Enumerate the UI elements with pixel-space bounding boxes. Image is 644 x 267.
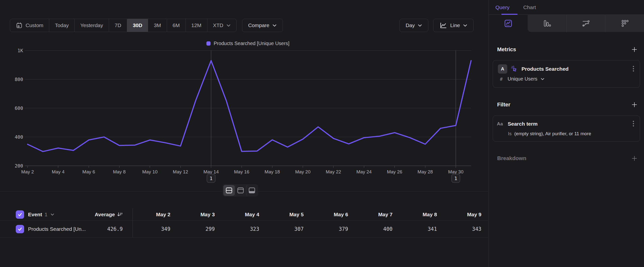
legend-label: Products Searched [Unique Users] <box>214 41 290 46</box>
add-breakdown-button[interactable] <box>631 155 638 162</box>
svg-text:400: 400 <box>15 134 23 140</box>
chart-type-button[interactable]: Line <box>433 19 474 32</box>
filter-title: Filter <box>497 102 510 108</box>
svg-text:May 4: May 4 <box>52 169 64 174</box>
chart-legend[interactable]: Products Searched [Unique Users] <box>24 41 471 46</box>
date-column-header[interactable]: May 2 <box>133 212 177 217</box>
event-header-cell: Event 1 <box>0 210 103 219</box>
report-type-tabs <box>489 15 644 32</box>
chart-type-label: Line <box>450 23 460 28</box>
select-all-checkbox[interactable] <box>16 210 24 219</box>
date-column-header[interactable]: May 8 <box>400 212 444 217</box>
tab-query-label: Query <box>496 5 510 10</box>
metric-event-name[interactable]: Products Searched <box>522 66 628 72</box>
average-value-cell: 426.9 <box>103 221 133 237</box>
active-tab-underline <box>501 14 518 15</box>
funnels-report-tab[interactable] <box>528 15 566 32</box>
layout-toggle-group <box>222 184 258 196</box>
flows-report-tab[interactable] <box>566 15 606 32</box>
sort-descending-icon <box>117 212 123 217</box>
value-cell: 349 <box>133 226 177 232</box>
average-header-cell[interactable]: Average <box>103 208 133 220</box>
date-range-option[interactable]: 12M <box>186 19 207 32</box>
svg-text:May 30: May 30 <box>448 169 464 174</box>
date-column-header[interactable]: May 5 <box>266 212 311 217</box>
svg-text:May 22: May 22 <box>326 169 341 174</box>
layout-split-button[interactable] <box>223 185 235 196</box>
svg-text:600: 600 <box>15 105 23 111</box>
date-range-option[interactable]: Yesterday <box>74 19 109 32</box>
legend-swatch <box>206 41 210 46</box>
table-row[interactable]: Products Searched [Un... 426.9 349 299 3… <box>0 221 488 238</box>
event-name: Products Searched [Un... <box>28 226 86 232</box>
flows-icon <box>582 19 590 28</box>
date-range-label: Today <box>55 23 69 28</box>
metric-card-header: A Products Searched <box>498 64 636 74</box>
date-range-option[interactable]: 6M <box>167 19 186 32</box>
date-column-header[interactable]: May 4 <box>222 212 266 217</box>
layout-table-only-button[interactable] <box>246 185 257 196</box>
date-column-header[interactable]: May 3 <box>177 212 222 217</box>
svg-text:May 16: May 16 <box>234 169 249 174</box>
add-filter-button[interactable] <box>631 102 638 108</box>
series-line <box>28 61 471 151</box>
row-checkbox[interactable] <box>16 225 24 233</box>
line-chart-icon <box>439 22 447 29</box>
compare-label: Compare <box>248 23 269 28</box>
date-range-label: 6M <box>173 23 180 28</box>
string-property-type-icon: Aa <box>497 121 504 127</box>
average-value: 426.9 <box>107 226 123 232</box>
date-column-header[interactable]: May 6 <box>311 212 355 217</box>
svg-text:1: 1 <box>210 175 212 181</box>
granularity-button[interactable]: Day <box>400 19 428 32</box>
date-range-option[interactable]: 30D <box>127 19 148 32</box>
filter-card[interactable]: Aa Search term Is (empty string), Air pu… <box>493 116 640 142</box>
bar-chart-icon <box>543 19 551 28</box>
metric-card[interactable]: A Products Searched # Unique Users <box>493 60 640 88</box>
insights-chart-icon <box>504 19 512 28</box>
add-metric-button[interactable] <box>631 46 638 53</box>
date-range-toolbar: Custom Today Yesterday 7D 30D 3M 6M 12M … <box>10 19 283 32</box>
aggregation-selector[interactable]: # Unique Users <box>500 76 544 82</box>
date-range-label: 30D <box>133 23 142 28</box>
svg-text:1K: 1K <box>18 48 23 53</box>
filter-section-header: Filter <box>497 102 638 108</box>
query-builder-sidebar: Query Chart <box>488 0 644 267</box>
date-range-label: Yesterday <box>80 23 103 28</box>
filter-condition[interactable]: Is (empty string), Air purifier, or 11 m… <box>508 131 591 136</box>
date-range-label: 7D <box>115 23 121 28</box>
layout-chart-only-button[interactable] <box>235 185 246 196</box>
granularity-label: Day <box>406 23 415 28</box>
svg-text:200: 200 <box>15 163 23 168</box>
date-column-header[interactable]: May 9 <box>444 212 488 217</box>
value-cell: 299 <box>177 226 222 232</box>
date-range-option[interactable]: 3M <box>148 19 166 32</box>
svg-text:800: 800 <box>15 77 23 82</box>
chevron-down-icon <box>418 24 422 27</box>
tab-query[interactable]: Query <box>496 0 510 15</box>
date-column-header[interactable]: May 7 <box>355 212 400 217</box>
svg-text:May 18: May 18 <box>265 169 280 174</box>
svg-text:May 8: May 8 <box>113 169 126 174</box>
compare-button[interactable]: Compare <box>242 19 283 32</box>
date-range-label: 12M <box>192 23 202 28</box>
chevron-down-icon[interactable] <box>50 213 54 216</box>
filter-options-kebab-icon[interactable] <box>632 119 636 129</box>
value-cell: 400 <box>355 226 400 232</box>
calendar-icon <box>16 22 23 29</box>
filter-property-name[interactable]: Search term <box>508 121 628 127</box>
date-range-option[interactable]: 7D <box>109 19 127 32</box>
chevron-down-icon <box>540 78 544 80</box>
date-range-option[interactable]: Today <box>49 19 74 32</box>
aggregation-label: Unique Users <box>508 76 537 82</box>
sidebar-tabs: Query Chart <box>489 0 644 15</box>
value-cell: 323 <box>222 226 266 232</box>
insights-report-tab[interactable] <box>489 15 528 32</box>
metric-options-kebab-icon[interactable] <box>632 64 636 74</box>
tab-chart[interactable]: Chart <box>523 0 536 15</box>
chevron-down-icon <box>226 24 231 27</box>
date-range-option[interactable]: XTD <box>207 19 236 32</box>
date-range-option[interactable]: Custom <box>10 19 49 32</box>
retention-report-tab[interactable] <box>605 15 644 32</box>
date-range-label: XTD <box>213 23 223 28</box>
